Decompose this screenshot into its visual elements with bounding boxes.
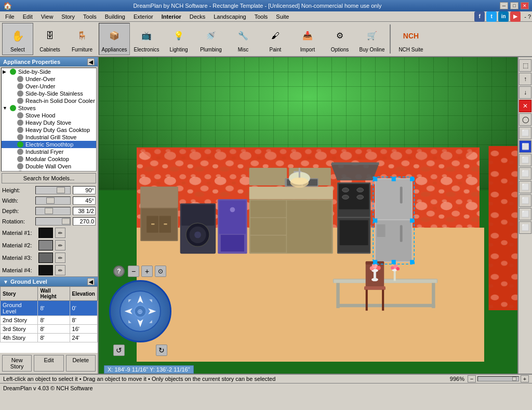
story-row-4th[interactable]: 4th Story 8' 24' [1,334,98,342]
rt-circle-btn[interactable]: ◯ [519,113,531,126]
tree-item-reachin[interactable]: Reach-in Solid Door Cooler [2,97,96,104]
zoom-plus-btn[interactable]: + [521,375,529,382]
appliance-panel-close[interactable]: ◀ [87,58,95,65]
rt-square1-btn[interactable]: ⬜ [519,127,531,139]
tree-item-stovehood[interactable]: Stove Hood [2,112,96,119]
width-value[interactable] [73,196,96,205]
reset-view-btn[interactable]: ⊙ [155,266,166,277]
material1-edit[interactable]: ✏ [55,228,65,238]
menu-decks[interactable]: Decks [185,11,210,21]
maximize-btn[interactable]: □ [510,2,518,9]
rt-close-btn[interactable]: ✕ [519,100,531,112]
menu-interior[interactable]: Interior [157,11,185,21]
story-row-2nd[interactable]: 2nd Story 8' 8' [1,316,98,325]
twitter-btn[interactable]: t [486,11,497,22]
edit-story-btn[interactable]: Edit [34,355,63,372]
material3-edit[interactable]: ✏ [55,253,65,263]
menu-edit[interactable]: Edit [19,11,37,21]
tool-options[interactable]: ⚙ Options [324,23,355,55]
tool-electronics[interactable]: 📺 Electronics [131,23,162,55]
rotate-right-btn[interactable]: ↻ [156,345,167,356]
rt-square4-btn[interactable]: ⬜ [519,181,531,193]
story-row-3rd[interactable]: 3rd Story 8' 16' [1,325,98,334]
nav-compass[interactable]: ? − + ⊙ [109,280,171,342]
tree-item-heavyduty[interactable]: Heavy Duty Stove [2,119,96,126]
rt-blue1-btn[interactable]: ⬜ [519,140,531,153]
nch-suite-btn[interactable]: NCH NCH Suite [393,23,429,55]
search-models-btn[interactable]: Search for Models... [2,173,96,183]
width-slider[interactable] [35,196,71,205]
zoom-out-btn[interactable]: − [128,266,139,277]
zoom-minus-btn[interactable]: − [468,375,476,382]
tree-item-gasstove[interactable]: Gas Stove [2,170,96,171]
tree-item-heavydutygas[interactable]: Heavy Duty Gas Cooktop [2,126,96,134]
menu-suite[interactable]: Suite [272,11,293,21]
delete-story-btn[interactable]: Delete [66,355,96,372]
compass-inner[interactable]: ⊕ [119,290,161,332]
tree-item-sidebyside-ss[interactable]: Side-by-Side Stainless [2,90,96,97]
3d-viewport[interactable]: ? − + ⊙ [99,57,517,374]
tree-item-fryer[interactable]: Industrial Fryer [2,148,96,155]
menu-exterior[interactable]: Exterior [129,11,157,21]
material4-swatch[interactable] [38,265,53,275]
rt-down-btn[interactable]: ↓ [519,86,531,99]
facebook-btn[interactable]: f [474,11,485,22]
menu-building[interactable]: Building [101,11,129,21]
menu-file[interactable]: File [1,11,19,21]
help-btn[interactable]: ? [113,266,125,277]
appliance-tree[interactable]: ▶ Side-by-Side Under-Over Over-Under [1,68,97,171]
menu-view[interactable]: View [37,11,58,21]
tool-buy-online[interactable]: 🛒 Buy Online [356,23,388,55]
rt-up-btn[interactable]: ↑ [519,73,531,85]
rotation-value[interactable] [73,217,96,226]
new-story-btn[interactable]: New Story [2,355,32,372]
tool-cabinets[interactable]: 🗄 Cabinets [34,23,65,55]
menu-tools2[interactable]: Tools [250,11,272,21]
tree-item-doublewall[interactable]: Double Wall Oven [2,163,96,170]
depth-value[interactable] [73,207,96,215]
zoom-slider[interactable] [477,376,519,381]
tool-paint[interactable]: 🖌 Paint [260,23,291,55]
rotation-slider[interactable] [35,217,71,226]
tool-plumbing[interactable]: 🚿 Plumbing [195,23,227,55]
tree-item-stoves[interactable]: ▼ Stoves [2,104,96,112]
tool-misc[interactable]: 🔧 Misc [228,23,259,55]
zoom-in-btn[interactable]: + [141,266,153,277]
height-value[interactable] [73,186,96,194]
tool-furniture[interactable]: 🪑 Furniture [66,23,98,55]
depth-slider[interactable] [35,207,71,215]
tree-item-industrialgrill[interactable]: Industrial Grill Stove [2,134,96,141]
material1-swatch[interactable] [38,228,53,238]
rt-square6-btn[interactable]: ⬜ [519,208,531,220]
tree-item-sidebyside[interactable]: ▶ Side-by-Side [2,68,96,75]
menu-story[interactable]: Story [57,11,79,21]
height-slider[interactable] [35,186,71,194]
tree-item-overunder[interactable]: Over-Under [2,83,96,90]
youtube-btn[interactable]: ▶ [510,11,521,22]
rt-square2-btn[interactable]: ⬜ [519,154,531,166]
tool-select[interactable]: ✋ Select [2,23,33,55]
tool-import[interactable]: 📥 Import [292,23,323,55]
ground-level-close[interactable]: ◀ [87,278,95,285]
story-row-ground[interactable]: Ground Level 8' 0' [1,301,98,316]
material2-swatch[interactable] [38,240,53,250]
tree-item-modularcooktop[interactable]: Modular Cooktop [2,155,96,163]
rotate-left-btn[interactable]: ↺ [113,345,125,356]
rt-cursor-btn[interactable]: ⬚ [519,59,531,72]
minimize-btn[interactable]: ─ [500,2,508,9]
material4-edit[interactable]: ✏ [55,265,65,275]
menu-landscaping[interactable]: Landscaping [209,11,250,21]
rt-square5-btn[interactable]: ⬜ [519,194,531,207]
menu-tools[interactable]: Tools [79,11,101,21]
tree-item-underover[interactable]: Under-Over [2,75,96,83]
rt-square7-btn[interactable]: ⬜ [519,221,531,234]
tool-lighting[interactable]: 💡 Lighting [163,23,194,55]
close-btn[interactable]: ✕ [521,2,529,9]
material2-edit[interactable]: ✏ [55,240,65,250]
tool-appliances[interactable]: 📦 Appliances [99,23,130,55]
linkedin-btn[interactable]: in [498,11,509,22]
compass-outer[interactable]: ⊕ [109,280,171,342]
material3-swatch[interactable] [38,253,53,263]
rt-square3-btn[interactable]: ⬜ [519,167,531,180]
tree-item-electricsmooth[interactable]: Electric Smoothtop [2,141,96,148]
